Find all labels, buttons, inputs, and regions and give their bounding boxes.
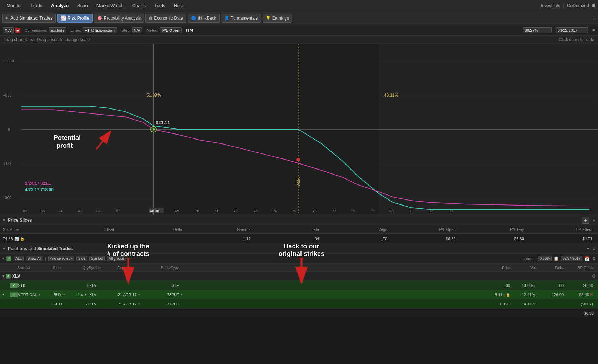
economic-data-label: Economic Data — [154, 16, 183, 21]
symbol-red-btn[interactable]: ■ — [15, 28, 20, 33]
economic-data-button[interactable]: 🏛 Economic Data — [145, 14, 186, 23]
svg-text:80: 80 — [389, 209, 394, 213]
vertical-bp-effect: $6.40 ✕ — [564, 292, 596, 297]
chart-hint-left: Drag chart to panDrag prices to change s… — [4, 37, 90, 42]
svg-text:76: 76 — [313, 209, 317, 213]
svg-text:Potential: Potential — [54, 134, 81, 141]
svg-text:0: 0 — [8, 127, 10, 132]
col-gamma: Gamma — [183, 227, 251, 232]
positions-collapse-icon[interactable]: ▾ — [3, 246, 5, 251]
price-lock-icon[interactable]: 🔒 — [506, 293, 510, 297]
sell-strike: 71 — [150, 302, 171, 306]
group-collapse-icon[interactable]: ▾ — [2, 274, 4, 279]
svg-text:4/22/17 718.00: 4/22/17 718.00 — [25, 187, 54, 192]
xlv-group-settings-icon[interactable]: ⚙ — [592, 274, 596, 279]
svg-text:profit: profit — [56, 142, 73, 149]
remove-icon[interactable]: ✕ — [590, 292, 593, 297]
qty-up-icon[interactable]: ▲ — [80, 293, 84, 297]
risk-profile-chart[interactable]: +1000 +500 0 -500 -1000 74.58 51.89% 48.… — [0, 44, 598, 215]
vega-value: -.70 — [319, 237, 387, 241]
vertical-spread-arrow[interactable]: ▾ — [39, 293, 40, 297]
col-delta: Delta — [114, 227, 182, 232]
positions-dropdown-icon[interactable]: ▾ — [587, 246, 589, 251]
thinkback-button[interactable]: 🔵 thinkBack — [188, 14, 220, 23]
settings-icon[interactable]: ≡ — [593, 15, 596, 21]
risk-profile-button[interactable]: 📈 Risk Profile — [57, 14, 93, 23]
vertical-type-arrow[interactable]: ▾ — [181, 293, 183, 297]
nav-scan[interactable]: Scan — [74, 1, 91, 10]
settings-menu-icon[interactable]: ≡ — [592, 27, 595, 33]
interest-value[interactable]: 0.50% — [538, 256, 552, 261]
nav-monitor[interactable]: Monitor — [3, 1, 25, 10]
lock-icon[interactable]: 🔒 — [20, 237, 24, 241]
col-h-bp-effect: BP Effect — [564, 266, 597, 270]
earnings-button[interactable]: 💡 Earnings — [263, 14, 292, 23]
all-checkbox[interactable]: ✓ — [6, 256, 11, 261]
stk-bp-effect: $0.00 — [564, 283, 596, 288]
add-simulated-trades-button[interactable]: Add Simulated Trades — [2, 14, 56, 23]
nav-marketwatch[interactable]: MarketWatch — [93, 1, 127, 10]
stk-checkbox[interactable]: ✓ — [10, 283, 18, 288]
nav-ondemand[interactable]: OnDemand — [567, 3, 589, 8]
price-slices-menu-icon[interactable]: ≡ — [593, 218, 595, 223]
sell-bp-effect: ($0.07) — [564, 302, 596, 306]
all-groups-button[interactable]: All groups — [107, 256, 126, 261]
calendar-icon[interactable]: 📅 — [584, 256, 590, 261]
side-button[interactable]: Side — [76, 256, 87, 261]
fundamentals-button[interactable]: 👤 Fundamentals — [221, 14, 261, 23]
theta-value: .04 — [251, 237, 319, 241]
step-selector[interactable]: N/A — [132, 27, 142, 33]
nav-charts[interactable]: Charts — [129, 1, 149, 10]
show-all-button[interactable]: Show All — [26, 256, 43, 261]
vertical-qty: +2 ▲ ▼ — [75, 293, 89, 297]
symbol-selector[interactable]: XLV — [3, 27, 14, 33]
copy-icon[interactable]: 📋 — [554, 256, 559, 261]
pl-open-value: $6.30 — [387, 237, 455, 241]
col-h-symbol: Symbol — [89, 266, 117, 270]
nav-analyze[interactable]: Analyze — [48, 1, 72, 10]
sell-exp-arrow[interactable]: ▾ — [138, 302, 140, 306]
stk-delta: .00 — [535, 283, 564, 288]
total-row: $6.33 — [0, 309, 598, 317]
xlv-group-checkbox[interactable]: ✓ — [6, 274, 11, 279]
positions-column-headers: Spread Side Qty Symbol Exp Strike Type P… — [0, 264, 598, 272]
stk-spread: STK — [18, 283, 54, 288]
probability-analysis-button[interactable]: 🎯 Probability Analysis — [94, 14, 144, 23]
sell-subtype: DEBIT — [193, 302, 510, 306]
price-slices-header: ▾ Price Slices + ≡ — [0, 215, 598, 225]
all-label[interactable]: ALL — [14, 256, 24, 261]
vertical-expand[interactable]: ▾ — [2, 292, 10, 297]
expand-icon[interactable]: ▾ — [2, 256, 4, 261]
nav-tools[interactable]: Tools — [151, 1, 169, 10]
commission-selector[interactable]: Exclude — [49, 27, 66, 33]
menu-icon[interactable]: ≡ — [592, 2, 595, 9]
vertical-side-arrow[interactable]: ▾ — [63, 293, 65, 297]
vertical-bp-value: $6.40 — [579, 293, 589, 297]
svg-text:79: 79 — [371, 209, 375, 213]
vertical-strike: 78 — [150, 293, 171, 297]
stk-symbol: XLV — [89, 283, 118, 288]
price-adjust-icon[interactable]: ≡ — [503, 293, 505, 297]
vertical-checkbox[interactable]: ✓ — [10, 292, 18, 297]
vertical-symbol: XLV — [89, 293, 118, 297]
symbol-button[interactable]: Symbol — [89, 256, 105, 261]
collapse-icon[interactable]: ▾ — [3, 218, 5, 223]
svg-text:78: 78 — [351, 209, 355, 213]
add-price-slice-button[interactable]: + — [582, 217, 589, 224]
qty-down-icon[interactable]: ▼ — [84, 293, 87, 297]
lines-value[interactable]: +1 @ Expiration — [83, 27, 117, 33]
no-selected-button[interactable]: <no selected> — [48, 256, 74, 261]
settings-gear-icon[interactable]: ⚙ — [592, 256, 596, 261]
nav-investools[interactable]: Investools — [541, 3, 560, 8]
col-h-exp: Exp — [117, 266, 149, 270]
date-value[interactable]: 02/24/2017 — [561, 256, 582, 261]
percent-selector[interactable]: 68.27% — [523, 27, 552, 33]
vertical-exp-arrow[interactable]: ▾ — [138, 293, 140, 297]
positions-menu-icon[interactable]: ≡ — [593, 246, 595, 251]
svg-text:62: 62 — [23, 209, 27, 213]
nav-trade[interactable]: Trade — [27, 1, 46, 10]
nav-help[interactable]: Help — [170, 1, 187, 10]
svg-text:64: 64 — [59, 209, 63, 213]
metric-value[interactable]: P/L Open — [160, 27, 182, 33]
date-selector[interactable]: 04/22/2017 — [556, 27, 588, 33]
